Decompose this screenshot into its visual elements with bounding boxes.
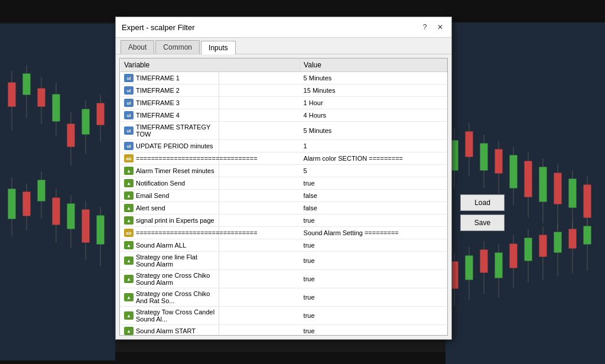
variable-value: true (300, 270, 447, 288)
table-row[interactable]: ulTIMEFRAME 215 Minutes (121, 84, 447, 97)
variable-value: 4 Hours (300, 109, 447, 122)
svg-rect-15 (8, 189, 15, 219)
table-row[interactable]: ▲Email Sendfalse (121, 190, 447, 202)
row-type-icon: ▲ (124, 191, 134, 200)
table-row[interactable]: ▲Strategy one Cross Chiko And Rat So...t… (121, 288, 447, 307)
title-bar: Expert - scalper Filter ? ✕ (116, 17, 451, 38)
svg-rect-61 (539, 235, 547, 256)
table-row[interactable]: ab================================Sound … (121, 227, 447, 239)
table-row[interactable]: ▲Alarm Timer Reset minutes5 (121, 165, 447, 177)
svg-rect-23 (67, 204, 74, 229)
table-row[interactable]: ulTIMEFRAME STRATEGY TOW5 Minutes (121, 122, 447, 140)
dialog: Expert - scalper Filter ? ✕ About Common… (115, 17, 452, 340)
table-row[interactable]: ▲Strategy one Cross Chiko Sound Alarmtru… (121, 270, 447, 288)
table-header-row: Variable Value (121, 58, 447, 72)
variable-name: Notification Send (136, 180, 185, 187)
variable-name: Strategy Tow Cross Candel Sound Al... (136, 308, 215, 323)
table-row[interactable]: ▲Strategy one line Flat Sound Alarmtrue (121, 252, 447, 270)
table-row[interactable]: ulTIMEFRAME 15 Minutes (121, 72, 447, 84)
svg-rect-65 (569, 229, 576, 248)
variable-name: TIMEFRAME STRATEGY TOW (136, 124, 215, 138)
variable-value: 5 Minutes (300, 72, 447, 84)
svg-rect-45 (569, 179, 576, 207)
variable-value: Alarm color SECTION ========= (300, 152, 447, 165)
tab-common[interactable]: Common (155, 40, 200, 54)
chart-right (445, 22, 605, 364)
svg-rect-39 (525, 161, 532, 197)
variable-name: Alert send (136, 204, 165, 212)
table-row[interactable]: ▲signal print in Experts pagetrue (121, 214, 447, 227)
svg-rect-25 (82, 210, 89, 242)
variable-value: true (300, 239, 447, 252)
table-row[interactable]: ulTIMEFRAME 31 Hour (121, 97, 447, 109)
row-type-icon: ul (124, 86, 134, 95)
inputs-table: Variable Value ulTIMEFRAME 15 MinutesulT… (120, 58, 447, 336)
svg-rect-67 (584, 226, 591, 244)
table-row[interactable]: ulTIMEFRAME 44 Hours (121, 109, 447, 122)
svg-rect-5 (38, 89, 45, 106)
dialog-title: Expert - scalper Filter (122, 23, 195, 32)
svg-rect-7 (53, 95, 60, 121)
table-row[interactable]: ▲Sound Alarm ALLtrue (121, 239, 447, 252)
side-buttons: Load Save (460, 194, 505, 231)
svg-rect-55 (495, 253, 502, 278)
variable-name: Alarm Timer Reset minutes (136, 167, 214, 174)
variable-value: true (300, 177, 447, 190)
col-variable: Variable (121, 58, 300, 72)
variable-name: Sound Alarm ALL (136, 242, 186, 249)
variable-name: ================================ (136, 155, 258, 162)
row-type-icon: ab (124, 154, 134, 162)
variable-value: 5 (300, 165, 447, 177)
variable-value: true (300, 307, 447, 325)
variable-name: Strategy one Cross Chiko Sound Alarm (136, 272, 215, 286)
tab-about[interactable]: About (121, 40, 154, 54)
table-row[interactable]: ab================================Alarm … (121, 152, 447, 165)
close-button[interactable]: ✕ (435, 22, 445, 32)
svg-rect-37 (510, 155, 517, 188)
variable-name: Strategy one line Flat Sound Alarm (136, 254, 215, 268)
row-type-icon: ▲ (124, 275, 134, 283)
svg-rect-21 (53, 198, 60, 225)
help-button[interactable]: ? (419, 22, 430, 32)
row-type-icon: ▲ (124, 256, 134, 265)
col-value: Value (300, 58, 447, 72)
svg-rect-47 (584, 185, 591, 217)
table-row[interactable]: ▲Sound Alarm STARTtrue (121, 325, 447, 336)
svg-rect-63 (554, 232, 561, 252)
table-row[interactable]: ulUPDATE PERIOD minutes1 (121, 140, 447, 152)
row-type-icon: ul (124, 126, 134, 135)
svg-rect-9 (67, 124, 74, 147)
table-row[interactable]: ▲Alert sendfalse (121, 202, 447, 214)
svg-rect-1 (8, 83, 15, 106)
variable-name: UPDATE PERIOD minutes (136, 142, 213, 150)
variable-name: TIMEFRAME 1 (136, 74, 180, 82)
svg-rect-19 (38, 180, 45, 201)
table-row[interactable]: ▲Strategy Tow Cross Candel Sound Al...tr… (121, 307, 447, 325)
tab-inputs[interactable]: Inputs (201, 41, 236, 54)
chart-left (0, 24, 115, 360)
variable-name: TIMEFRAME 2 (136, 87, 180, 94)
variable-value: false (300, 190, 447, 202)
table-row[interactable]: ▲Notification Sendtrue (121, 177, 447, 190)
variable-value: Sound Alarm Setting ========= (300, 227, 447, 239)
row-type-icon: ab (124, 229, 134, 237)
svg-rect-59 (525, 238, 532, 261)
svg-rect-53 (480, 250, 487, 272)
variable-name: Sound Alarm START (136, 327, 196, 334)
load-button[interactable]: Load (460, 194, 505, 211)
save-button[interactable]: Save (460, 214, 505, 231)
row-type-icon: ul (124, 99, 134, 107)
svg-rect-43 (554, 173, 561, 204)
variable-value: false (300, 202, 447, 214)
variable-value: 15 Minutes (300, 84, 447, 97)
svg-rect-13 (97, 103, 104, 125)
row-type-icon: ▲ (124, 327, 134, 335)
svg-rect-11 (82, 109, 89, 134)
row-type-icon: ▲ (124, 293, 134, 301)
svg-rect-35 (495, 150, 502, 173)
variable-name: signal print in Experts page (136, 217, 214, 224)
variable-name: ================================ (136, 229, 258, 236)
row-type-icon: ▲ (124, 204, 134, 212)
inputs-table-container[interactable]: Variable Value ulTIMEFRAME 15 MinutesulT… (119, 58, 448, 336)
svg-rect-31 (466, 132, 473, 157)
